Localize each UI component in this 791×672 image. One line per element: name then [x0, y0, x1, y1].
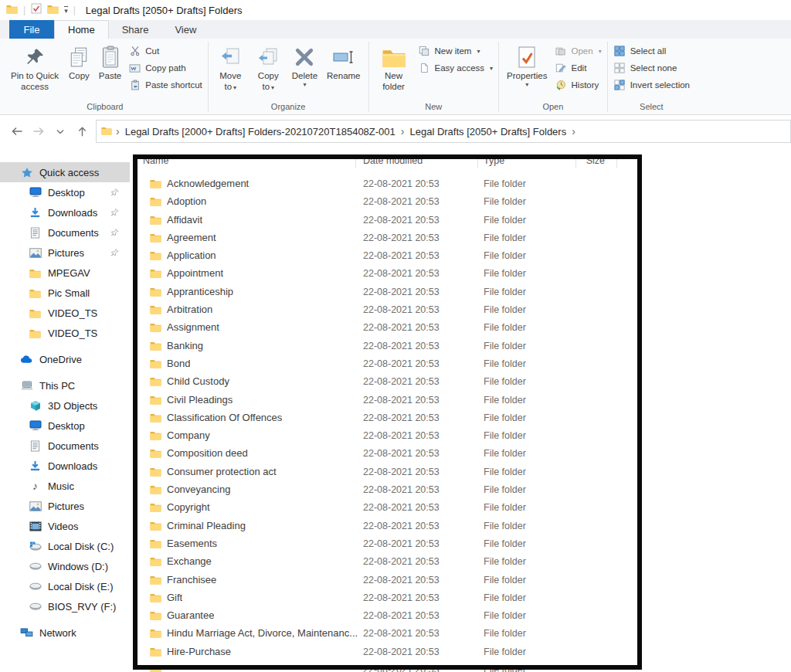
- file-name[interactable]: Consumer protection act: [167, 466, 277, 477]
- pin-to-quick-access-button[interactable]: Pin to Quick access: [5, 41, 64, 92]
- file-name[interactable]: Child Custody: [167, 375, 229, 387]
- customize-qat-arrow-icon[interactable]: ▾: [64, 6, 68, 14]
- file-name[interactable]: Copyright: [167, 501, 210, 513]
- sidebar-item-downloads[interactable]: Downloads: [0, 456, 130, 476]
- file-name[interactable]: Appranticeship: [167, 286, 233, 297]
- rename-button[interactable]: Rename: [322, 41, 365, 82]
- select-all-button[interactable]: Select all: [613, 44, 690, 58]
- file-row[interactable]: Hindu Marriage Act, Divorce, Maintenanc.…: [130, 625, 791, 643]
- breadcrumb-segment[interactable]: Legal Drafts [2000+ Drafts] Folders-2021…: [124, 126, 397, 137]
- file-name[interactable]: Company: [167, 429, 210, 441]
- sidebar-item-onedrive[interactable]: OneDrive: [0, 349, 130, 369]
- file-row[interactable]: Adoption22-08-2021 20:53File folder: [130, 193, 791, 211]
- file-name[interactable]: Application: [167, 249, 216, 261]
- delete-button[interactable]: Delete ▾: [287, 41, 322, 87]
- sidebar-item-pictures[interactable]: Pictures: [0, 496, 130, 516]
- copy-path-button[interactable]: Copy path: [128, 61, 202, 75]
- file-row[interactable]: Guarantee22-08-2021 20:53File folder: [130, 607, 791, 625]
- column-separator[interactable]: [616, 155, 617, 168]
- properties-button[interactable]: Properties ▾: [502, 41, 552, 87]
- history-button[interactable]: History: [555, 78, 602, 92]
- sidebar-item-video-ts[interactable]: VIDEO_TS: [0, 303, 130, 323]
- new-item-button[interactable]: New item▾: [418, 44, 494, 58]
- file-name[interactable]: Arbitration: [167, 304, 212, 315]
- file-row[interactable]: Agreement22-08-2021 20:53File folder: [130, 229, 791, 247]
- file-row[interactable]: Gift22-08-2021 20:53File folder: [130, 589, 791, 607]
- file-name[interactable]: Composition deed: [167, 447, 248, 459]
- sidebar-item-pic-small[interactable]: Pic Small: [0, 283, 130, 303]
- breadcrumb-chevron-icon[interactable]: ›: [397, 125, 409, 137]
- file-name[interactable]: Gift: [167, 592, 182, 603]
- file-row[interactable]: Civil Pleadings22-08-2021 20:53File fold…: [130, 392, 791, 409]
- easy-access-button[interactable]: Easy access▾: [418, 61, 494, 75]
- sidebar-item-documents[interactable]: Documents: [0, 436, 130, 456]
- file-name[interactable]: Assignment: [167, 321, 219, 333]
- file-name[interactable]: Banking: [167, 340, 203, 351]
- properties-qat-icon[interactable]: [31, 3, 42, 17]
- file-name[interactable]: Conveyancing: [167, 484, 230, 495]
- column-separator[interactable]: [477, 155, 478, 168]
- file-name[interactable]: Civil Pleadings: [167, 394, 233, 406]
- tab-view[interactable]: View: [161, 20, 209, 39]
- file-row[interactable]: Child Custody22-08-2021 20:53File folder: [130, 373, 791, 391]
- file-row[interactable]: Exchange22-08-2021 20:53File folder: [130, 553, 791, 571]
- file-row[interactable]: Application22-08-2021 20:53File folder: [130, 247, 791, 265]
- recent-locations-arrow-icon[interactable]: [53, 129, 68, 134]
- sidebar-item-desktop[interactable]: Desktop: [0, 182, 130, 202]
- back-button[interactable]: [9, 126, 25, 137]
- sidebar-item-pictures[interactable]: Pictures: [0, 243, 130, 263]
- breadcrumb-segment[interactable]: Legal Drafts [2050+ Drafts] Folders: [408, 126, 568, 137]
- up-button[interactable]: [74, 126, 90, 137]
- new-folder-qat-icon[interactable]: [47, 3, 59, 17]
- file-name[interactable]: Bond: [167, 358, 190, 369]
- file-name[interactable]: Classification Of Offences: [167, 412, 282, 423]
- file-row[interactable]: Appranticeship22-08-2021 20:53File folde…: [130, 283, 791, 301]
- sidebar-item-quick-access[interactable]: Quick access: [0, 162, 130, 182]
- file-row[interactable]: Hire-Purchase22-08-2021 20:53File folder: [130, 643, 791, 661]
- copy-to-button[interactable]: Copy to▾: [250, 41, 287, 92]
- file-row[interactable]: Appointment22-08-2021 20:53File folder: [130, 265, 791, 283]
- sidebar-item-music[interactable]: ♪Music: [0, 476, 130, 496]
- file-row[interactable]: Composition deed22-08-2021 20:53File fol…: [130, 445, 791, 463]
- tab-file[interactable]: File: [9, 20, 54, 39]
- sidebar-item-local-disk-c-[interactable]: Local Disk (C:): [0, 536, 130, 556]
- column-separator[interactable]: [355, 155, 356, 168]
- cut-button[interactable]: Cut: [128, 44, 202, 58]
- sidebar-item-bios-rvy-f-[interactable]: BIOS_RVY (F:): [0, 596, 130, 616]
- column-header-name[interactable]: Name: [143, 155, 168, 166]
- invert-selection-button[interactable]: Invert selection: [613, 78, 690, 92]
- sidebar-item-desktop[interactable]: Desktop: [0, 416, 130, 436]
- move-to-button[interactable]: Move to▾: [212, 41, 250, 92]
- column-header-date-modified[interactable]: Date modified: [363, 155, 423, 166]
- file-name[interactable]: Appointment: [167, 267, 223, 279]
- file-name[interactable]: Acknowledgement: [167, 178, 249, 189]
- file-row[interactable]: Affidavit22-08-2021 20:53File folder: [130, 212, 791, 229]
- address-bar[interactable]: ›Legal Drafts [2000+ Drafts] Folders-202…: [96, 120, 791, 143]
- sidebar-item-network[interactable]: Network: [0, 623, 130, 643]
- breadcrumb-chevron-icon[interactable]: ›: [112, 125, 124, 137]
- file-row[interactable]: Banking22-08-2021 20:53File folder: [130, 338, 791, 355]
- file-name[interactable]: Hindu Marriage Act, Divorce, Maintenanc.…: [167, 627, 358, 639]
- file-name[interactable]: Agreement: [167, 232, 216, 243]
- sidebar-item-videos[interactable]: Videos: [0, 516, 130, 536]
- file-name[interactable]: Hire-Purchase: [167, 646, 231, 657]
- breadcrumb-chevron-icon[interactable]: ›: [568, 125, 579, 137]
- file-name[interactable]: Exchange: [167, 555, 212, 567]
- file-row[interactable]: Easements22-08-2021 20:53File folder: [130, 535, 791, 553]
- file-name[interactable]: Criminal Pleading: [167, 520, 246, 531]
- file-row[interactable]: Acknowledgement22-08-2021 20:53File fold…: [130, 175, 791, 193]
- edit-button[interactable]: Edit: [555, 61, 602, 75]
- file-row[interactable]: Criminal Pleading22-08-2021 20:53File fo…: [130, 518, 791, 535]
- file-row[interactable]: Classification Of Offences22-08-2021 20:…: [130, 409, 791, 427]
- column-separator[interactable]: [575, 155, 576, 168]
- sidebar-item-video-ts[interactable]: VIDEO_TS: [0, 323, 130, 343]
- sidebar-item-downloads[interactable]: Downloads: [0, 202, 130, 222]
- forward-button[interactable]: [31, 126, 46, 137]
- select-none-button[interactable]: Select none: [613, 61, 690, 75]
- file-row[interactable]: Company22-08-2021 20:53File folder: [130, 427, 791, 445]
- file-row[interactable]: Bond22-08-2021 20:53File folder: [130, 355, 791, 373]
- sidebar-item-windows-d-[interactable]: Windows (D:): [0, 556, 130, 576]
- paste-shortcut-button[interactable]: Paste shortcut: [128, 78, 202, 92]
- file-row[interactable]: Franchisee22-08-2021 20:53File folder: [130, 572, 791, 589]
- sidebar-item-local-disk-e-[interactable]: Local Disk (E:): [0, 576, 130, 596]
